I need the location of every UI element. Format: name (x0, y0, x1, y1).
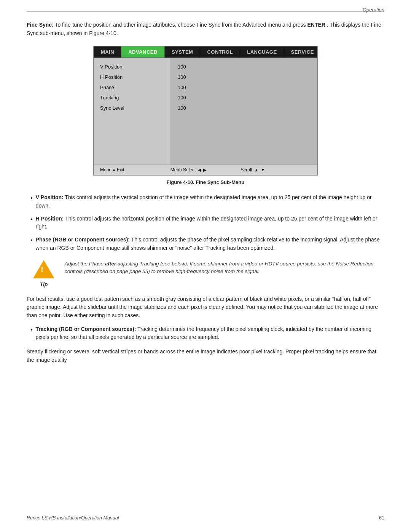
osd-footer-menu-select: Menu Select ◀ ▶ (170, 167, 241, 173)
up-arrow-icon: ▲ (254, 168, 258, 172)
osd-val-vposition: 100 (178, 64, 186, 70)
vposition-bold: V Position: (36, 194, 64, 200)
phase-bold: Phase (RGB or Component sources): (36, 236, 130, 243)
osd-label-vposition: V Position (100, 64, 164, 70)
bullet-dot-4: • (30, 326, 33, 334)
osd-menu-ui: MAIN ADVANCED SYSTEM CONTROL LANGUAGE SE… (93, 46, 318, 176)
osd-row-tracking: Tracking (94, 93, 170, 103)
osd-val-tracking: 100 (178, 95, 186, 101)
bullet-dot-1: • (30, 194, 33, 202)
bullet-item-hposition: • H Position: This control adjusts the h… (27, 215, 384, 231)
osd-menu-language[interactable]: LANGUAGE (240, 46, 284, 58)
osd-row-phase: Phase (94, 82, 170, 93)
left-arrow-icon: ◀ (198, 168, 201, 173)
osd-content: V Position H Position Phase Tracking Syn… (94, 58, 317, 165)
tip-icon-wrapper: Tip (30, 260, 57, 288)
osd-label-synclevel: Sync Level (100, 105, 164, 111)
osd-value-hposition: 100 (170, 72, 317, 82)
osd-label-hposition: H Position (100, 74, 164, 80)
menu-select-label: Menu Select (170, 167, 196, 173)
right-arrow-icon: ▶ (203, 168, 206, 173)
bullet-text-tracking: Tracking (RGB or Component sources): Tra… (36, 325, 384, 342)
operation-label: Operation (363, 7, 384, 13)
osd-menu-service[interactable]: SERVICE (284, 46, 321, 58)
tip-label: Tip (40, 281, 48, 288)
trailing-paragraph: Steady flickering or several soft vertic… (27, 348, 384, 364)
bullet-dot-2: • (30, 215, 33, 224)
bullet-section-1: • V Position: This control adjusts the v… (27, 193, 384, 252)
osd-val-hposition: 100 (178, 74, 186, 80)
bullet-text-vposition: V Position: This control adjusts the ver… (36, 193, 384, 210)
osd-menu-main[interactable]: MAIN (94, 46, 121, 58)
osd-value-vposition: 100 (170, 62, 317, 72)
osd-row-hposition: H Position (94, 72, 170, 82)
osd-left-panel: V Position H Position Phase Tracking Syn… (94, 58, 170, 165)
tip-bold-after: after (105, 261, 116, 267)
page-container: Operation Fine Sync: To fine-tune the po… (0, 0, 411, 532)
fine-sync-bold: Fine Sync: (27, 22, 54, 28)
osd-footer-menu-exit: Menu = Exit (100, 167, 170, 173)
osd-row-vposition: V Position (94, 62, 170, 72)
osd-label-tracking: Tracking (100, 95, 164, 101)
osd-value-tracking: 100 (170, 93, 317, 103)
menu-exit-label: Menu = Exit (100, 167, 124, 173)
tip-box: Tip Adjust the Phase after adjusting Tra… (30, 260, 384, 288)
bullet-item-tracking: • Tracking (RGB or Component sources): T… (27, 325, 384, 342)
figure-caption: Figure 4-10. Fine Sync Sub-Menu (27, 179, 384, 185)
down-arrow-icon: ▼ (261, 168, 265, 172)
top-rule (27, 11, 384, 12)
intro-paragraph: Fine Sync: To fine-tune the position and… (27, 21, 384, 37)
tip-triangle-icon (33, 260, 54, 278)
footer-left: Runco LS-HB Installation/Operation Manua… (27, 515, 119, 521)
osd-menu-bar: MAIN ADVANCED SYSTEM CONTROL LANGUAGE SE… (94, 46, 317, 58)
bullet-section-2: • Tracking (RGB or Component sources): T… (27, 325, 384, 342)
osd-value-synclevel: 100 (170, 103, 317, 113)
tip-text: Adjust the Phase after adjusting Trackin… (65, 260, 384, 276)
bullet-text-hposition: H Position: This control adjusts the hor… (36, 215, 384, 231)
osd-footer: Menu = Exit Menu Select ◀ ▶ Scroll ▲ ▼ (94, 165, 317, 175)
bullet-item-vposition: • V Position: This control adjusts the v… (27, 193, 384, 210)
hposition-bold: H Position: (36, 216, 64, 222)
enter-bold: ENTER (307, 22, 325, 28)
footer-page-number: 61 (379, 515, 384, 521)
osd-val-phase: 100 (178, 85, 186, 90)
osd-footer-scroll: Scroll ▲ ▼ (241, 167, 311, 173)
osd-menu-control[interactable]: CONTROL (200, 46, 240, 58)
bullet-dot-3: • (30, 236, 33, 244)
bullet-text-phase: Phase (RGB or Component sources): This c… (36, 236, 384, 252)
page-footer: Runco LS-HB Installation/Operation Manua… (27, 515, 384, 521)
osd-menu-advanced[interactable]: ADVANCED (121, 46, 165, 58)
intro-text-main: To fine-tune the position and other imag… (55, 22, 307, 28)
tip-text-before: Adjust the Phase (65, 261, 105, 267)
bullet-item-phase: • Phase (RGB or Component sources): This… (27, 236, 384, 252)
osd-value-phase: 100 (170, 82, 317, 93)
osd-val-synclevel: 100 (178, 105, 186, 111)
body-paragraph: For best results, use a good test patter… (27, 295, 384, 320)
osd-menu-system[interactable]: SYSTEM (165, 46, 200, 58)
osd-label-phase: Phase (100, 85, 164, 90)
scroll-label: Scroll (241, 167, 252, 173)
tracking-bold: Tracking (RGB or Component sources): (36, 326, 136, 332)
osd-right-panel: 100 100 100 100 100 (170, 58, 317, 165)
osd-row-synclevel: Sync Level (94, 103, 170, 113)
